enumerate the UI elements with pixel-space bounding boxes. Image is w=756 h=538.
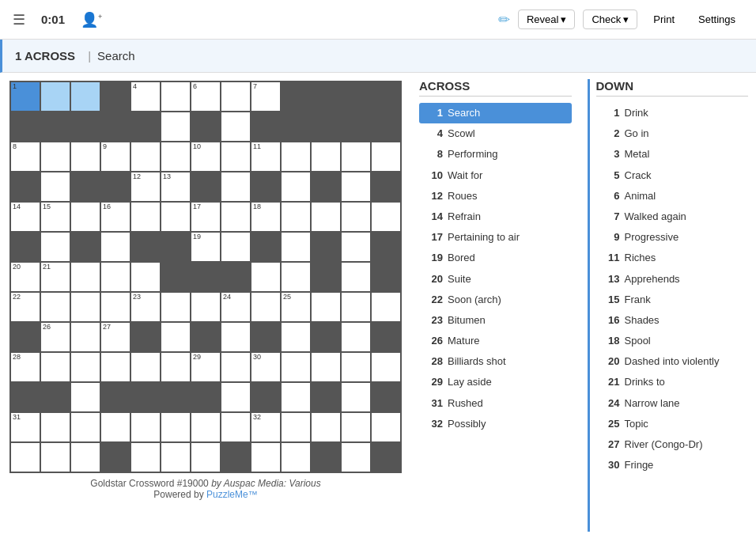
grid-cell[interactable]: 16: [100, 202, 130, 232]
grid-cell[interactable]: [281, 232, 311, 262]
grid-cell[interactable]: 6: [191, 81, 221, 112]
add-user-icon[interactable]: 👤+: [81, 11, 102, 28]
grid-cell[interactable]: [221, 81, 251, 112]
grid-cell[interactable]: [341, 382, 371, 412]
across-clue-item[interactable]: 14Refrain: [419, 206, 572, 227]
grid-cell[interactable]: 31: [10, 412, 40, 442]
grid-cell[interactable]: [251, 262, 281, 292]
down-clue-item[interactable]: 20Dashed into violently: [596, 351, 749, 372]
grid-cell[interactable]: [251, 442, 281, 472]
puzzleme-link[interactable]: PuzzleMe™: [206, 489, 258, 500]
grid-cell[interactable]: [130, 202, 161, 232]
grid-cell[interactable]: [311, 202, 341, 232]
grid-cell[interactable]: [221, 172, 251, 202]
grid-cell[interactable]: [371, 412, 401, 442]
grid-cell[interactable]: [281, 442, 311, 472]
across-clue-item[interactable]: 8Performing: [419, 144, 572, 165]
across-clue-item[interactable]: 20Suite: [419, 269, 572, 290]
grid-cell[interactable]: [191, 292, 221, 322]
grid-cell[interactable]: [341, 292, 371, 322]
grid-cell[interactable]: [281, 382, 311, 412]
across-clue-item[interactable]: 23Bitumen: [419, 310, 572, 331]
down-clue-item[interactable]: 21Drinks to: [596, 372, 749, 392]
hamburger-icon[interactable]: ☰: [13, 11, 25, 28]
grid-cell[interactable]: [341, 232, 371, 262]
down-clue-item[interactable]: 1Drink: [596, 103, 749, 123]
grid-cell[interactable]: [161, 352, 191, 382]
grid-cell[interactable]: 24: [221, 292, 251, 322]
grid-cell[interactable]: [341, 412, 371, 442]
grid-cell[interactable]: 13: [161, 172, 191, 202]
down-clue-item[interactable]: 24Narrow lane: [596, 393, 749, 414]
grid-cell[interactable]: 9: [100, 142, 130, 172]
grid-cell[interactable]: 25: [281, 292, 311, 322]
grid-cell[interactable]: [40, 292, 70, 322]
grid-cell[interactable]: [40, 352, 70, 382]
grid-cell[interactable]: [341, 322, 371, 352]
across-clue-item[interactable]: 22Soon (arch): [419, 290, 572, 310]
grid-cell[interactable]: [100, 352, 130, 382]
grid-cell[interactable]: 14: [10, 202, 40, 232]
grid-cell[interactable]: 11: [251, 142, 281, 172]
grid-cell[interactable]: [100, 412, 130, 442]
down-clue-item[interactable]: 16Shades: [596, 310, 749, 331]
grid-cell[interactable]: [70, 412, 100, 442]
down-clue-item[interactable]: 15Frank: [596, 290, 749, 310]
down-clue-item[interactable]: 6Animal: [596, 186, 749, 206]
grid-cell[interactable]: [311, 412, 341, 442]
reveal-button[interactable]: Reveal ▾: [518, 9, 575, 29]
grid-cell[interactable]: [341, 262, 371, 292]
grid-cell[interactable]: [40, 442, 70, 472]
grid-cell[interactable]: 15: [40, 202, 70, 232]
grid-cell[interactable]: [70, 442, 100, 472]
grid-cell[interactable]: [281, 352, 311, 382]
down-clue-item[interactable]: 27River (Congo-Dr): [596, 434, 749, 455]
grid-cell[interactable]: [40, 142, 70, 172]
across-clue-item[interactable]: 1Search: [419, 103, 572, 123]
grid-cell[interactable]: [40, 172, 70, 202]
grid-cell[interactable]: [221, 112, 251, 142]
grid-cell[interactable]: 20: [10, 262, 40, 292]
grid-cell[interactable]: 26: [40, 322, 70, 352]
grid-cell[interactable]: 28: [10, 352, 40, 382]
down-clue-item[interactable]: 9Progressive: [596, 227, 749, 248]
down-clue-item[interactable]: 25Topic: [596, 414, 749, 434]
grid-cell[interactable]: [161, 292, 191, 322]
grid-cell[interactable]: [281, 262, 311, 292]
grid-cell[interactable]: [100, 232, 130, 262]
grid-cell[interactable]: 22: [10, 292, 40, 322]
grid-cell[interactable]: [311, 352, 341, 382]
grid-cell[interactable]: [191, 442, 221, 472]
grid-cell[interactable]: [70, 142, 100, 172]
grid-cell[interactable]: [281, 322, 311, 352]
grid-cell[interactable]: [221, 202, 251, 232]
grid-cell[interactable]: [70, 81, 100, 112]
across-clue-item[interactable]: 31Rushed: [419, 393, 572, 414]
grid-cell[interactable]: [341, 352, 371, 382]
across-clue-item[interactable]: 19Bored: [419, 248, 572, 268]
down-clue-item[interactable]: 5Crack: [596, 165, 749, 186]
pencil-icon[interactable]: ✏: [498, 11, 510, 28]
grid-cell[interactable]: [341, 202, 371, 232]
grid-cell[interactable]: [161, 142, 191, 172]
grid-cell[interactable]: 10: [191, 142, 221, 172]
across-clue-item[interactable]: 4Scowl: [419, 123, 572, 144]
grid-cell[interactable]: 4: [130, 81, 161, 112]
across-clue-item[interactable]: 28Billiards shot: [419, 351, 572, 372]
grid-cell[interactable]: [221, 232, 251, 262]
across-clue-item[interactable]: 12Roues: [419, 186, 572, 206]
grid-cell[interactable]: 19: [191, 232, 221, 262]
grid-cell[interactable]: [371, 142, 401, 172]
grid-cell[interactable]: [221, 412, 251, 442]
across-clue-item[interactable]: 17Pertaining to air: [419, 227, 572, 248]
grid-cell[interactable]: 21: [40, 262, 70, 292]
grid-cell[interactable]: [70, 382, 100, 412]
grid-cell[interactable]: 18: [251, 202, 281, 232]
grid-cell[interactable]: [40, 81, 70, 112]
grid-cell[interactable]: [341, 142, 371, 172]
grid-cell[interactable]: 27: [100, 322, 130, 352]
grid-cell[interactable]: [130, 442, 161, 472]
grid-cell[interactable]: [311, 142, 341, 172]
grid-cell[interactable]: [281, 412, 311, 442]
grid-cell[interactable]: [371, 202, 401, 232]
